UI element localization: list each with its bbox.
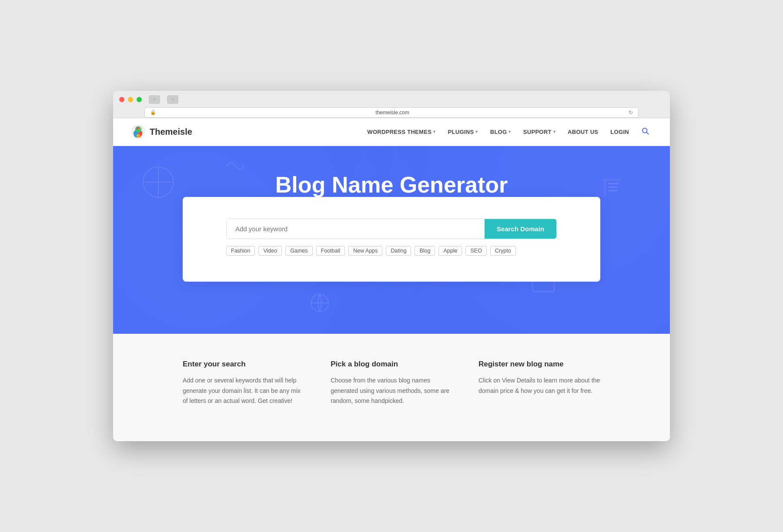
nav-wordpress-themes[interactable]: WORDPRESS THEMES ▾ (362, 125, 441, 139)
forward-button[interactable]: › (167, 95, 178, 104)
minimize-button[interactable] (128, 97, 133, 102)
chevron-down-icon: ▾ (553, 130, 555, 134)
chevron-down-icon: ▾ (509, 130, 511, 134)
info-column: Enter your search Add one or several key… (183, 360, 304, 406)
info-grid: Enter your search Add one or several key… (183, 360, 600, 406)
svg-line-9 (646, 132, 648, 134)
address-bar[interactable]: 🔒 themeisle.com ↻ (144, 107, 639, 118)
close-button[interactable] (119, 97, 124, 102)
nav-blog[interactable]: BLOG ▾ (485, 125, 516, 139)
browser-window: ‹ › 🔒 themeisle.com ↻ (113, 91, 670, 441)
tag-item[interactable]: Games (285, 246, 312, 256)
chevron-down-icon: ▾ (433, 130, 435, 134)
svg-rect-15 (608, 190, 618, 191)
nav-plugins[interactable]: PLUGINS ▾ (442, 125, 483, 139)
info-col-title: Pick a blog domain (331, 360, 452, 369)
svg-point-20 (311, 294, 328, 312)
hero-section: Blog Name Generator Instant domain name … (113, 146, 670, 334)
tag-item[interactable]: Football (316, 246, 345, 256)
info-col-body: Choose from the various blog names gener… (331, 376, 452, 406)
chevron-down-icon: ▾ (475, 130, 478, 134)
nav-support[interactable]: SUPPORT ▾ (518, 125, 561, 139)
search-card: Search Domain FashionVideoGamesFootballN… (183, 197, 600, 282)
tag-item[interactable]: Video (258, 246, 282, 256)
info-section: Enter your search Add one or several key… (113, 334, 670, 441)
svg-rect-13 (608, 183, 619, 184)
tag-item[interactable]: Fashion (226, 246, 255, 256)
info-column: Register new blog name Click on View Det… (478, 360, 600, 406)
tag-item[interactable]: Crypto (490, 246, 516, 256)
search-domain-button[interactable]: Search Domain (485, 219, 556, 239)
search-input[interactable] (227, 219, 485, 239)
svg-rect-14 (608, 186, 617, 188)
info-column: Pick a blog domain Choose from the vario… (331, 360, 452, 406)
tag-item[interactable]: SEO (465, 246, 486, 256)
tag-item[interactable]: New Apps (348, 246, 382, 256)
tag-item[interactable]: Blog (415, 246, 435, 256)
tag-item[interactable]: Dating (386, 246, 411, 256)
reload-icon[interactable]: ↻ (629, 110, 633, 116)
website-page: Themeisle WORDPRESS THEMES ▾ PLUGINS ▾ (113, 118, 670, 441)
logo-icon (130, 124, 146, 140)
svg-point-10 (143, 167, 174, 197)
svg-point-7 (137, 134, 141, 137)
search-icon (641, 127, 649, 135)
tag-list: FashionVideoGamesFootballNew AppsDatingB… (226, 246, 557, 256)
info-col-title: Register new blog name (478, 360, 600, 369)
maximize-button[interactable] (137, 97, 142, 102)
info-col-title: Enter your search (183, 360, 304, 369)
lock-icon: 🔒 (150, 110, 156, 115)
info-col-body: Click on View Details to learn more abou… (478, 376, 600, 396)
browser-chrome: ‹ › 🔒 themeisle.com ↻ (113, 91, 670, 118)
search-toggle-button[interactable] (638, 123, 652, 140)
hero-title: Blog Name Generator (122, 172, 661, 198)
logo-link[interactable]: Themeisle (130, 124, 192, 140)
tag-item[interactable]: Apple (438, 246, 462, 256)
logo-text: Themeisle (150, 127, 192, 137)
nav-links: WORDPRESS THEMES ▾ PLUGINS ▾ BLOG ▾ (362, 125, 634, 139)
search-row: Search Domain (226, 219, 557, 239)
svg-point-6 (137, 127, 140, 130)
url-text: themeisle.com (159, 110, 626, 116)
info-col-body: Add one or several keywords that will he… (183, 376, 304, 406)
nav-login[interactable]: LOGIN (605, 125, 634, 139)
nav-about-us[interactable]: ABOUT US (562, 125, 603, 139)
back-button[interactable]: ‹ (149, 95, 160, 104)
site-navigation: Themeisle WORDPRESS THEMES ▾ PLUGINS ▾ (113, 118, 670, 146)
